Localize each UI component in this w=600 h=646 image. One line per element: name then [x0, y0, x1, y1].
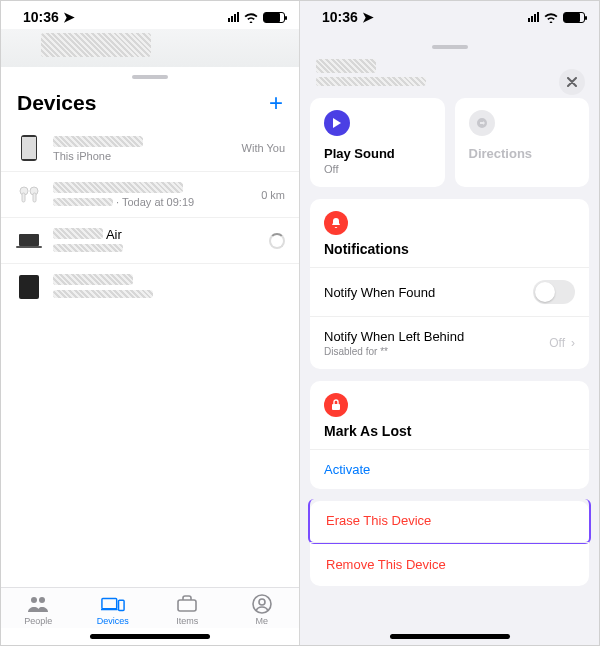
tab-me[interactable]: Me [225, 594, 300, 626]
svg-rect-17 [332, 404, 340, 410]
device-row[interactable]: Air [1, 217, 299, 263]
battery-icon [563, 12, 585, 23]
svg-rect-14 [178, 600, 196, 611]
svg-rect-7 [16, 246, 42, 248]
items-icon [175, 594, 199, 614]
svg-point-10 [39, 597, 45, 603]
add-device-button[interactable]: + [269, 91, 283, 115]
svg-rect-1 [22, 137, 36, 159]
device-detail-screen: 10:36➤ Play Sound Off [300, 1, 599, 645]
svg-rect-5 [33, 193, 36, 202]
card-title: Mark As Lost [310, 423, 589, 449]
svg-point-16 [259, 599, 265, 605]
play-icon [324, 110, 350, 136]
loading-spinner-icon [269, 233, 285, 249]
device-row[interactable] [1, 263, 299, 309]
chevron-right-icon: › [571, 336, 575, 350]
location-arrow-icon: ➤ [63, 9, 75, 25]
svg-rect-11 [102, 598, 117, 608]
notifications-card: Notifications Notify When Found Notify W… [310, 199, 589, 369]
tab-label: Me [255, 616, 268, 626]
action-sub: Off [324, 163, 431, 175]
map-background [1, 29, 299, 67]
tab-bar: People Devices Items Me [1, 587, 299, 628]
row-value: Off [549, 336, 565, 350]
tab-label: Devices [97, 616, 129, 626]
ipad-icon [15, 273, 43, 301]
remove-device-button[interactable]: Remove This Device [310, 542, 589, 586]
play-sound-button[interactable]: Play Sound Off [310, 98, 445, 187]
battery-icon [263, 12, 285, 23]
status-bar: 10:36➤ [300, 1, 599, 29]
wifi-icon [243, 12, 259, 23]
macbook-icon [15, 227, 43, 255]
sheet-grabber[interactable] [132, 75, 168, 79]
card-title: Notifications [310, 241, 589, 267]
close-icon [567, 77, 577, 87]
svg-rect-8 [19, 275, 39, 299]
svg-rect-3 [22, 193, 25, 202]
cellular-signal-icon [528, 12, 539, 22]
bell-icon [324, 211, 348, 235]
svg-point-9 [31, 597, 37, 603]
directions-button: Directions [455, 98, 590, 187]
home-indicator[interactable] [90, 634, 210, 639]
me-icon [250, 594, 274, 614]
mark-as-lost-card: Mark As Lost Activate [310, 381, 589, 489]
device-meta: 0 km [261, 189, 285, 201]
row-title: Notify When Left Behind [324, 329, 464, 344]
cellular-signal-icon [228, 12, 239, 22]
lock-icon [324, 393, 348, 417]
device-title [300, 53, 599, 98]
status-time: 10:36 [322, 9, 358, 25]
sheet-grabber[interactable] [432, 45, 468, 49]
tab-devices[interactable]: Devices [76, 594, 151, 626]
device-sub: This iPhone [53, 150, 232, 162]
row-sub: Disabled for ** [324, 346, 464, 357]
erase-device-button[interactable]: Erase This Device [308, 499, 591, 544]
device-row[interactable]: This iPhone With You [1, 125, 299, 171]
airpods-icon [15, 181, 43, 209]
devices-icon [101, 594, 125, 614]
danger-actions-card: Erase This Device Remove This Device [310, 501, 589, 586]
notify-left-behind-row[interactable]: Notify When Left Behind Disabled for ** … [310, 316, 589, 369]
notify-found-switch[interactable] [533, 280, 575, 304]
tab-items[interactable]: Items [150, 594, 225, 626]
svg-rect-13 [118, 600, 124, 610]
tab-label: Items [176, 616, 198, 626]
row-title: Notify When Found [324, 285, 435, 300]
devices-list-screen: 10:36➤ Devices + This iPhone With You [1, 1, 300, 645]
tab-label: People [24, 616, 52, 626]
iphone-icon [15, 134, 43, 162]
close-button[interactable] [559, 69, 585, 95]
page-title: Devices [17, 91, 96, 115]
wifi-icon [543, 12, 559, 23]
home-indicator[interactable] [390, 634, 510, 639]
status-bar: 10:36➤ [1, 1, 299, 29]
device-meta: With You [242, 142, 285, 154]
directions-icon [469, 110, 495, 136]
location-arrow-icon: ➤ [362, 9, 374, 25]
tab-people[interactable]: People [1, 594, 76, 626]
activate-lost-mode-button[interactable]: Activate [310, 449, 589, 489]
status-time: 10:36 [23, 9, 59, 25]
svg-rect-6 [19, 234, 39, 246]
device-list: This iPhone With You · Today at 09:19 0 … [1, 125, 299, 587]
action-title: Directions [469, 146, 576, 161]
device-name: Air [106, 227, 122, 242]
action-title: Play Sound [324, 146, 431, 161]
device-sub: · Today at 09:19 [113, 196, 194, 208]
notify-when-found-row[interactable]: Notify When Found [310, 267, 589, 316]
device-row[interactable]: · Today at 09:19 0 km [1, 171, 299, 217]
people-icon [26, 594, 50, 614]
